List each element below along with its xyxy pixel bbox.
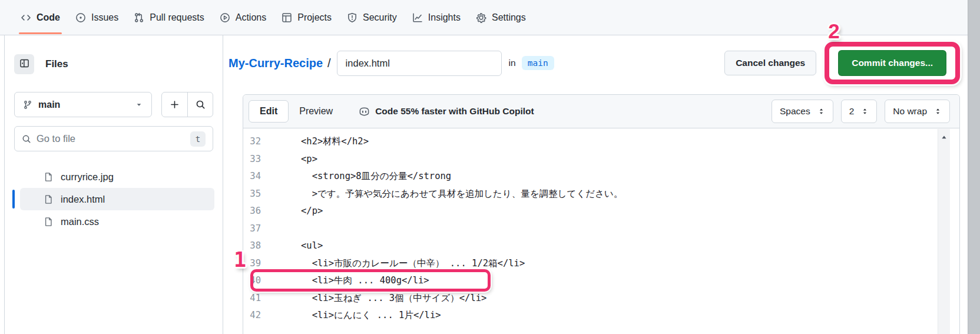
nav-tab-projects[interactable]: Projects <box>274 0 339 35</box>
nav-tab-issues[interactable]: Issues <box>68 0 126 35</box>
filename-input[interactable] <box>337 51 502 76</box>
copilot-icon <box>359 106 370 117</box>
code-icon <box>21 12 31 23</box>
code-line-highlighted[interactable]: 1 40 <li>牛肉 ... 400g</li> <box>244 272 959 290</box>
shield-icon <box>347 12 357 23</box>
files-panel-title: Files <box>45 58 68 70</box>
code-line[interactable]: 38 <ul> <box>244 237 959 255</box>
file-icon <box>44 172 54 182</box>
browser-scrollbar[interactable] <box>968 0 980 334</box>
nav-tab-label: Pull requests <box>150 12 204 23</box>
code-line[interactable]: 41 <li>玉ねぎ ... 3個（中サイズ）</li> <box>244 290 959 307</box>
copilot-banner-text: Code 55% faster with GitHub Copilot <box>375 106 534 117</box>
code-editor: Edit Preview Code 55% faster with GitHub… <box>243 94 960 334</box>
search-files-button[interactable] <box>187 92 213 117</box>
go-to-file-box: t <box>14 126 213 151</box>
code-text: <li>牛肉 ... 400g</li> <box>268 272 429 290</box>
gear-icon <box>476 12 486 23</box>
commit-changes-button[interactable]: Commit changes... <box>838 50 946 76</box>
nav-tab-label: Projects <box>297 12 332 23</box>
code-line[interactable]: 42 <li>にんにく ... 1片</li> <box>244 307 959 325</box>
add-file-button[interactable] <box>162 92 187 117</box>
branch-selector-value: main <box>38 100 60 110</box>
wrap-mode-select[interactable]: No wrap <box>885 100 950 123</box>
line-number: 37 <box>244 220 261 238</box>
nav-tab-code[interactable]: Code <box>13 0 68 35</box>
file-tree-item-index-html[interactable]: index.html <box>20 188 214 210</box>
nav-tab-security[interactable]: Security <box>339 0 405 35</box>
annotation-highlight-ring: 2 Commit changes... <box>825 42 960 84</box>
nav-tab-settings[interactable]: Settings <box>468 0 534 35</box>
updown-arrows-icon <box>861 107 869 115</box>
editor-scrollbar[interactable] <box>938 129 950 334</box>
line-number: 38 <box>244 237 261 255</box>
git-pull-request-icon <box>134 12 144 23</box>
code-text: <strong>8皿分の分量</strong <box>268 168 451 186</box>
play-icon <box>220 12 230 23</box>
file-tree-item-curryrice[interactable]: curryrice.jpg <box>20 166 214 188</box>
search-icon <box>196 100 206 110</box>
file-icon <box>44 194 54 204</box>
code-text: >です。予算や気分にあわせて具材を追加したり、量を調整してください。 <box>268 186 623 203</box>
branch-selector[interactable]: main <box>14 92 152 117</box>
code-editor-content[interactable]: 32 <h2>材料</h2> 33 <p> 34 <strong>8皿分の分量<… <box>243 128 959 325</box>
file-tree-item-main-css[interactable]: main.css <box>20 210 214 233</box>
updown-arrows-icon <box>817 107 825 115</box>
in-branch-label: in <box>509 58 516 68</box>
file-icon <box>44 217 54 227</box>
updown-arrows-icon <box>934 107 942 115</box>
table-icon <box>282 12 292 23</box>
code-line[interactable]: 34 <strong>8皿分の分量</strong <box>244 168 959 186</box>
line-number: 42 <box>244 307 261 325</box>
nav-tab-label: Code <box>37 12 60 23</box>
code-line[interactable]: 33 <p> <box>244 151 959 168</box>
nav-tab-insights[interactable]: Insights <box>405 0 468 35</box>
indent-size-value: 2 <box>849 106 855 117</box>
scroll-up-arrow-icon[interactable] <box>940 134 948 141</box>
nav-tab-pull-requests[interactable]: Pull requests <box>126 0 212 35</box>
editor-main-area: My-Curry-Recipe / in main Cancel changes… <box>223 35 968 334</box>
indent-mode-value: Spaces <box>780 106 810 117</box>
chevron-down-icon <box>135 101 143 109</box>
file-name: index.html <box>61 194 105 205</box>
file-name: main.css <box>61 216 99 227</box>
indent-size-select[interactable]: 2 <box>841 100 878 123</box>
code-line[interactable]: 37 <box>244 220 959 238</box>
nav-tab-label: Actions <box>236 12 266 23</box>
repo-nav: Code Issues Pull requests Actions Projec… <box>0 0 980 35</box>
cancel-changes-button[interactable]: Cancel changes <box>724 51 816 75</box>
indent-mode-select[interactable]: Spaces <box>772 100 833 123</box>
code-line[interactable]: 39 <li>市販のカレールー（中辛） ... 1/2箱</li> <box>244 255 959 273</box>
code-text: </p> <box>268 203 323 220</box>
keyboard-shortcut-badge: t <box>190 131 206 147</box>
code-text: <li>市販のカレールー（中辛） ... 1/2箱</li> <box>268 255 525 273</box>
issue-opened-icon <box>75 12 86 23</box>
code-text: <li>にんにく ... 1片</li> <box>268 307 441 325</box>
code-line[interactable]: 36 </p> <box>244 203 959 220</box>
code-text: <ul> <box>268 237 323 255</box>
collapse-sidebar-button[interactable] <box>14 54 34 74</box>
go-to-file-input[interactable] <box>37 133 185 144</box>
wrap-mode-value: No wrap <box>893 106 927 117</box>
nav-tab-label: Settings <box>492 12 526 23</box>
breadcrumb: My-Curry-Recipe / in main Cancel changes… <box>229 50 960 76</box>
line-number: 34 <box>244 168 261 186</box>
line-number: 36 <box>244 203 261 220</box>
git-branch-icon <box>23 100 32 110</box>
nav-tab-label: Security <box>363 12 397 23</box>
tab-edit[interactable]: Edit <box>249 100 289 123</box>
tab-preview[interactable]: Preview <box>289 101 343 122</box>
sidebar-panel-icon <box>19 58 29 71</box>
plus-icon <box>170 100 180 110</box>
line-number: 33 <box>244 151 261 168</box>
editor-toolbar: Edit Preview Code 55% faster with GitHub… <box>243 95 959 128</box>
selected-file-accent-bar <box>12 190 15 209</box>
line-number: 40 <box>244 272 261 290</box>
line-number: 39 <box>244 255 261 273</box>
code-text: <li>玉ねぎ ... 3個（中サイズ）</li> <box>268 290 486 307</box>
files-sidebar: Files main <box>5 35 223 334</box>
code-line[interactable]: 32 <h2>材料</h2> <box>244 133 959 151</box>
repo-name-link[interactable]: My-Curry-Recipe <box>229 57 323 70</box>
code-line[interactable]: 35 >です。予算や気分にあわせて具材を追加したり、量を調整してください。 <box>244 186 959 203</box>
nav-tab-actions[interactable]: Actions <box>212 0 274 35</box>
